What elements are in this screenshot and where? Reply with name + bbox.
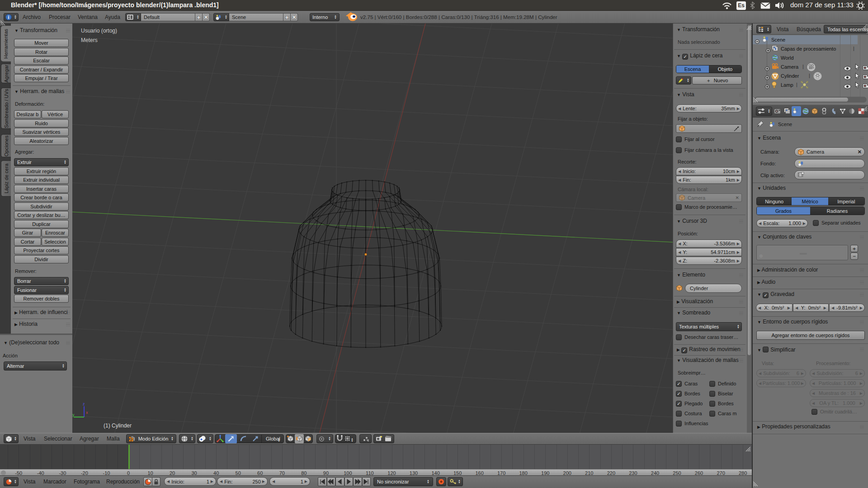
svg-text:z: z bbox=[83, 402, 85, 406]
svg-text:x: x bbox=[86, 410, 88, 415]
svg-text:y: y bbox=[72, 413, 75, 417]
